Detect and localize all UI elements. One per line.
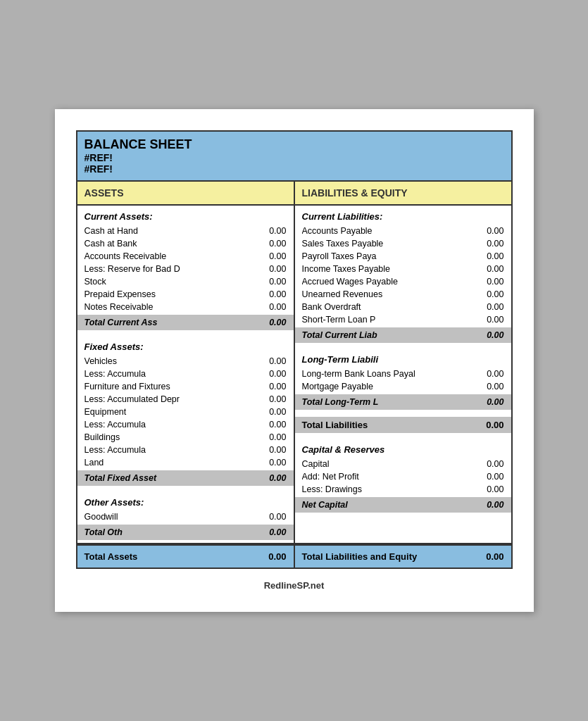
list-item: Add: Net Profit 0.00 [295,470,511,483]
list-item: Less: Accumula 0.00 [77,418,294,431]
list-item: Vehicles 0.00 [77,355,294,368]
capital-title: Capital & Reserves [295,439,511,458]
list-item: Goodwill 0.00 [77,510,294,523]
list-item: Unearned Revenues 0.00 [295,288,511,301]
list-item: Cash at Bank 0.00 [77,237,294,250]
bottom-totals-row: Total Assets 0.00 Total Liabilities and … [77,543,511,568]
total-other-assets-row: Total Oth 0.00 [77,525,294,540]
total-long-term-row: Total Long-Term L 0.00 [295,394,511,410]
header-section: BALANCE SHEET #REF! #REF! [77,132,511,182]
list-item: Mortgage Payable 0.00 [295,380,511,393]
fixed-assets-title: Fixed Assets: [77,336,294,355]
other-assets-title: Other Assets: [77,491,294,510]
total-current-assets-row: Total Current Ass 0.00 [77,315,294,330]
list-item: Less: Drawings 0.00 [295,483,511,496]
list-item: Short-Term Loan P 0.00 [295,313,511,326]
assets-col-header: ASSETS [77,182,295,204]
list-item: Accounts Payable 0.00 [295,225,511,237]
liabilities-column: Current Liabilities: Accounts Payable 0.… [295,206,511,543]
total-liabilities-row: Total Liabilities 0.00 [295,417,511,433]
list-item: Prepaid Expenses 0.00 [77,288,294,301]
list-item: Stock 0.00 [77,275,294,288]
net-capital-row: Net Capital 0.00 [295,497,511,513]
list-item: Sales Taxes Payable 0.00 [295,237,511,250]
list-item: Less: Accumula 0.00 [77,444,294,456]
list-item: Buildings 0.00 [77,431,294,444]
list-item: Furniture and Fixtures 0.00 [77,380,294,393]
total-fixed-assets-row: Total Fixed Asset 0.00 [77,470,294,486]
balance-sheet: BALANCE SHEET #REF! #REF! ASSETS LIABILI… [76,130,513,569]
list-item: Less: Accumulated Depr 0.00 [77,393,294,406]
list-item: Land 0.00 [77,456,294,469]
list-item: Long-term Bank Loans Payal 0.00 [295,368,511,380]
ref2: #REF! [85,163,504,175]
list-item: Capital 0.00 [295,458,511,470]
assets-column: Current Assets: Cash at Hand 0.00 Cash a… [77,206,295,543]
ref1: #REF! [85,152,504,163]
list-item: Income Taxes Payable 0.00 [295,263,511,275]
current-assets-title: Current Assets: [77,206,294,225]
list-item: Less: Reserve for Bad D 0.00 [77,263,294,275]
total-assets-section: Total Assets 0.00 [77,544,295,568]
liabilities-col-header: LIABILITIES & EQUITY [295,182,511,204]
list-item: Payroll Taxes Paya 0.00 [295,250,511,263]
list-item: Equipment 0.00 [77,406,294,418]
total-liabilities-equity-section: Total Liabilities and Equity 0.00 [295,544,511,568]
footer: RedlineSP.net [76,580,513,591]
sheet-title: BALANCE SHEET [85,137,504,152]
list-item: Cash at Hand 0.00 [77,225,294,237]
list-item: Bank Overdraft 0.00 [295,301,511,313]
list-item: Accounts Receivable 0.00 [77,250,294,263]
total-current-liabilities-row: Total Current Liab 0.00 [295,327,511,343]
long-term-title: Long-Term Liabili [295,349,511,368]
columns-header: ASSETS LIABILITIES & EQUITY [77,182,511,206]
list-item: Less: Accumula 0.00 [77,368,294,380]
total-assets-row: Total Assets 0.00 [77,544,294,568]
list-item: Accrued Wages Payable 0.00 [295,275,511,288]
footer-text: RedlineSP.net [264,580,325,591]
total-liabilities-equity-row: Total Liabilities and Equity 0.00 [295,544,511,568]
current-liabilities-title: Current Liabilities: [295,206,511,225]
body-section: Current Assets: Cash at Hand 0.00 Cash a… [77,206,511,543]
list-item: Notes Receivable 0.00 [77,301,294,313]
